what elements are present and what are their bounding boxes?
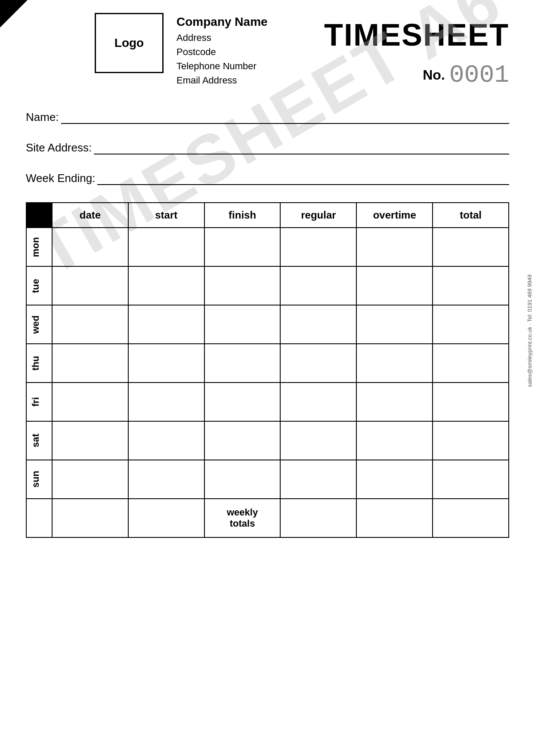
table-corner bbox=[26, 203, 52, 228]
weekly-totals-label: weeklytotals bbox=[204, 499, 281, 537]
sat-total[interactable] bbox=[433, 421, 509, 460]
sun-start[interactable] bbox=[128, 460, 204, 499]
tue-finish[interactable] bbox=[204, 266, 281, 305]
mon-regular[interactable] bbox=[280, 228, 356, 266]
fri-overtime[interactable] bbox=[356, 383, 433, 421]
col-regular: regular bbox=[280, 203, 356, 228]
weekly-total[interactable] bbox=[433, 499, 509, 537]
day-tue: tue bbox=[26, 266, 52, 305]
table-row: sat bbox=[26, 421, 509, 460]
fri-total[interactable] bbox=[433, 383, 509, 421]
form-section: Name: Site Address: Week Ending: bbox=[26, 111, 509, 185]
tue-total[interactable] bbox=[433, 266, 509, 305]
company-postcode: Postcode bbox=[176, 45, 324, 59]
wed-regular[interactable] bbox=[280, 305, 356, 344]
week-underline bbox=[97, 182, 509, 185]
table-row: mon bbox=[26, 228, 509, 266]
wed-finish[interactable] bbox=[204, 305, 281, 344]
table-row: sun bbox=[26, 460, 509, 499]
mon-overtime[interactable] bbox=[356, 228, 433, 266]
thu-date[interactable] bbox=[52, 344, 128, 383]
number-label: No. bbox=[423, 67, 445, 83]
wed-overtime[interactable] bbox=[356, 305, 433, 344]
totals-spacer-1 bbox=[26, 499, 52, 537]
sat-finish[interactable] bbox=[204, 421, 281, 460]
name-label: Name: bbox=[26, 111, 59, 124]
name-line: Name: bbox=[26, 111, 509, 124]
site-label: Site Address: bbox=[26, 141, 92, 154]
col-start: start bbox=[128, 203, 204, 228]
day-sun: sun bbox=[26, 460, 52, 499]
fri-date[interactable] bbox=[52, 383, 128, 421]
weekly-regular[interactable] bbox=[280, 499, 356, 537]
company-info: Company Name Address Postcode Telephone … bbox=[176, 13, 324, 87]
table-row: tue bbox=[26, 266, 509, 305]
page: A6 #1 TIME SHEET TIMESHEET A6 sales@smil… bbox=[0, 0, 535, 756]
fri-finish[interactable] bbox=[204, 383, 281, 421]
timesheet-table: date start finish regular overtime total… bbox=[26, 202, 509, 538]
number-row: No. 0001 bbox=[423, 61, 509, 89]
fri-start[interactable] bbox=[128, 383, 204, 421]
logo-text: Logo bbox=[114, 36, 144, 50]
thu-start[interactable] bbox=[128, 344, 204, 383]
sun-regular[interactable] bbox=[280, 460, 356, 499]
sun-date[interactable] bbox=[52, 460, 128, 499]
sat-date[interactable] bbox=[52, 421, 128, 460]
tue-overtime[interactable] bbox=[356, 266, 433, 305]
table-row: thu bbox=[26, 344, 509, 383]
week-line: Week Ending: bbox=[26, 172, 509, 185]
header: Logo Company Name Address Postcode Telep… bbox=[95, 13, 509, 89]
table-row: wed bbox=[26, 305, 509, 344]
mon-start[interactable] bbox=[128, 228, 204, 266]
mon-total[interactable] bbox=[433, 228, 509, 266]
col-total: total bbox=[433, 203, 509, 228]
logo-box: Logo bbox=[95, 13, 164, 73]
tue-start[interactable] bbox=[128, 266, 204, 305]
col-overtime: overtime bbox=[356, 203, 433, 228]
thu-overtime[interactable] bbox=[356, 344, 433, 383]
day-mon: mon bbox=[26, 228, 52, 266]
wed-date[interactable] bbox=[52, 305, 128, 344]
number-value: 0001 bbox=[449, 61, 509, 89]
day-wed: wed bbox=[26, 305, 52, 344]
main-title: TIMESHEET bbox=[324, 17, 509, 52]
mon-date[interactable] bbox=[52, 228, 128, 266]
col-date: date bbox=[52, 203, 128, 228]
fri-regular[interactable] bbox=[280, 383, 356, 421]
mon-finish[interactable] bbox=[204, 228, 281, 266]
site-underline bbox=[94, 152, 509, 154]
corner-banner: A6 #1 TIME SHEET bbox=[0, 0, 95, 95]
thu-total[interactable] bbox=[433, 344, 509, 383]
totals-spacer-2 bbox=[52, 499, 128, 537]
company-email: Email Address bbox=[176, 73, 324, 87]
totals-row: weeklytotals bbox=[26, 499, 509, 537]
sun-total[interactable] bbox=[433, 460, 509, 499]
wed-total[interactable] bbox=[433, 305, 509, 344]
sat-start[interactable] bbox=[128, 421, 204, 460]
totals-spacer-3 bbox=[128, 499, 204, 537]
weekly-overtime[interactable] bbox=[356, 499, 433, 537]
company-address: Address bbox=[176, 31, 324, 45]
company-telephone: Telephone Number bbox=[176, 59, 324, 73]
tue-date[interactable] bbox=[52, 266, 128, 305]
sun-overtime[interactable] bbox=[356, 460, 433, 499]
name-underline bbox=[61, 121, 509, 124]
sat-overtime[interactable] bbox=[356, 421, 433, 460]
title-area: TIMESHEET No. 0001 bbox=[324, 13, 509, 89]
col-finish: finish bbox=[204, 203, 281, 228]
site-line: Site Address: bbox=[26, 141, 509, 154]
tue-regular[interactable] bbox=[280, 266, 356, 305]
wed-start[interactable] bbox=[128, 305, 204, 344]
week-label: Week Ending: bbox=[26, 172, 95, 185]
day-fri: fri bbox=[26, 383, 52, 421]
thu-finish[interactable] bbox=[204, 344, 281, 383]
table-row: fri bbox=[26, 383, 509, 421]
sun-finish[interactable] bbox=[204, 460, 281, 499]
day-thu: thu bbox=[26, 344, 52, 383]
company-name: Company Name bbox=[176, 15, 324, 29]
day-sat: sat bbox=[26, 421, 52, 460]
thu-regular[interactable] bbox=[280, 344, 356, 383]
sat-regular[interactable] bbox=[280, 421, 356, 460]
